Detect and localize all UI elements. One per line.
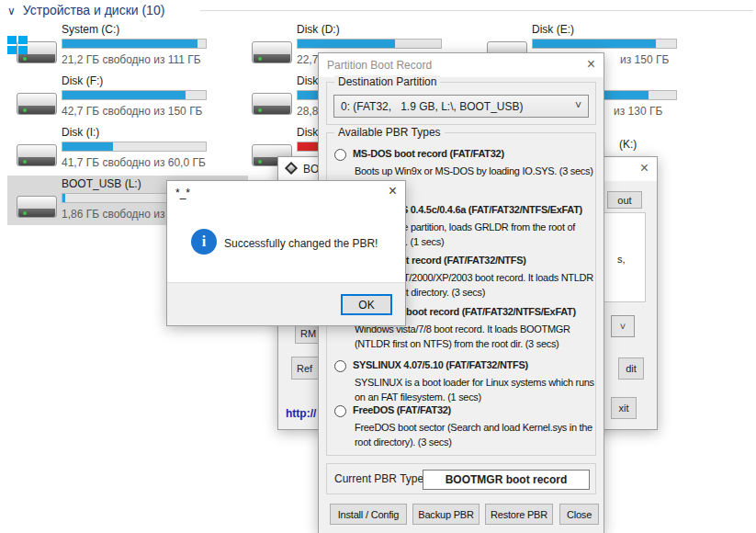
drive-caption: из 150 ГБ	[620, 53, 669, 66]
option-desc: FreeDOS boot sector (Search and load Ker…	[355, 422, 592, 433]
drive-caption: 22,7	[297, 53, 318, 66]
drive-title: Disk	[297, 126, 318, 139]
drive-caption: 28,8	[297, 105, 318, 118]
drive-caption: из 130 ГБ	[614, 105, 662, 118]
radio-icon[interactable]	[334, 149, 346, 161]
exit-button[interactable]: xit	[611, 397, 637, 419]
drive-tile-i[interactable]: Disk (I:) 41,7 ГБ свободно из 60,0 ГБ	[7, 124, 243, 174]
ok-button[interactable]: OK	[341, 294, 392, 315]
close-icon[interactable]: ×	[640, 160, 649, 176]
pbr-title: Partition Boot Record	[327, 59, 432, 72]
drive-title: System (C:)	[62, 23, 119, 36]
drive-caption: 21,2 ГБ свободно из 111 ГБ	[62, 53, 201, 66]
pbr-option-syslinux[interactable]: SYSLINUX 4.07/5.10 (FAT/FAT32/NTFS) SYSL…	[333, 357, 595, 409]
current-pbr-value: BOOTMGR boot record	[423, 470, 590, 490]
edit-button[interactable]: dit	[618, 357, 644, 380]
drive-caption: 1,86 ГБ свободно из	[62, 208, 164, 221]
drive-title: BOOT_USB (L:)	[62, 177, 141, 190]
current-pbr-group: Current PBR Type: BOOTMGR boot record	[326, 463, 596, 494]
restore-pbr-button[interactable]: Restore PBR	[485, 504, 553, 525]
drive-icon	[252, 93, 292, 115]
drive-tile-f[interactable]: Disk (F:) 42,7 ГБ свободно из 150 ГБ	[7, 73, 243, 122]
close-icon[interactable]: ×	[389, 183, 397, 199]
group-divider	[200, 10, 753, 11]
drive-caption: 41,7 ГБ свободно из 60,0 ГБ	[62, 156, 206, 169]
drive-icon	[17, 196, 57, 218]
windows-logo-icon	[7, 36, 28, 54]
group-label: Destination Partition	[334, 75, 440, 88]
website-link[interactable]: http://	[286, 407, 316, 420]
backup-pbr-button[interactable]: Backup PBR	[412, 504, 480, 525]
drive-icon	[17, 144, 57, 166]
pbr-titlebar: Partition Boot Record ×	[319, 53, 604, 77]
option-desc: root directory). (3 secs)	[355, 437, 452, 448]
bootice-title: BO	[303, 163, 319, 176]
option-desc: Boots up Win9x or MS-DOS by loading IO.S…	[355, 165, 593, 176]
capacity-bar	[62, 142, 207, 152]
drive-caption: 42,7 ГБ свободно из 150 ГБ	[62, 105, 203, 118]
chevron-down-icon: ˅	[575, 99, 581, 112]
info-icon: i	[191, 229, 217, 255]
current-pbr-label: Current PBR Type:	[334, 472, 427, 485]
chevron-down-icon[interactable]: ∨	[7, 5, 16, 17]
capacity-bar	[297, 39, 442, 49]
drive-title: Disk (E:)	[532, 23, 574, 36]
group-header-label: Устройства и диски (10)	[23, 3, 165, 17]
drive-title: Disk (I:)	[62, 126, 99, 139]
destination-partition-group: Destination Partition 0: (FAT32, 1.9 GB,…	[326, 82, 596, 125]
group-label: Available PBR Types	[334, 126, 445, 139]
capacity-bar	[532, 39, 677, 49]
drive-title: (K:)	[619, 138, 637, 151]
option-desc: on an FAT filesystem. (1 secs)	[355, 391, 481, 403]
close-icon[interactable]: ×	[587, 56, 595, 73]
radio-icon[interactable]	[334, 405, 346, 417]
list-panel: s,	[604, 212, 646, 302]
drive-title: Disk	[297, 74, 318, 87]
drive-icon	[17, 93, 57, 115]
combo-dropdown-icon[interactable]: ˅	[611, 315, 635, 337]
message-box: *_* × i Successfully changed the PBR! OK	[166, 180, 406, 326]
pbr-option-freedos[interactable]: FreeDOS (FAT/FAT32) FreeDOS boot sector …	[333, 403, 595, 454]
drive-icon	[252, 41, 292, 63]
drive-title: Disk (D:)	[297, 23, 340, 36]
message-text: Successfully changed the PBR!	[224, 237, 378, 250]
radio-icon[interactable]	[334, 360, 346, 372]
desktop: ∨Устройства и диски (10) System (C:) 21,…	[0, 0, 756, 533]
bootice-icon	[285, 162, 298, 175]
devices-group-header[interactable]: ∨Устройства и диски (10)	[7, 3, 164, 17]
destination-partition-select[interactable]: 0: (FAT32, 1.9 GB, L:\, BOOT_USB) ˅	[333, 95, 589, 118]
capacity-bar	[62, 90, 207, 100]
message-box-titlebar: *_* ×	[167, 181, 405, 205]
drive-title: Disk (F:)	[62, 74, 103, 87]
message-box-footer: OK	[167, 282, 405, 325]
close-button[interactable]: Close	[559, 504, 599, 525]
combo-value: 0: (FAT32, 1.9 GB, L:\, BOOT_USB)	[341, 100, 524, 113]
option-desc: SYSLINUX is a boot loader for Linux syst…	[355, 377, 594, 388]
drive-tile-c[interactable]: System (C:) 21,2 ГБ свободно из 111 ГБ	[7, 21, 243, 71]
install-config-button[interactable]: Install / Config	[330, 504, 407, 525]
capacity-bar	[62, 39, 207, 49]
option-desc: (NTLDR first on NTFS) from the root dir.…	[355, 338, 559, 349]
about-button[interactable]: out	[607, 191, 642, 209]
message-box-title: *_*	[175, 187, 190, 199]
